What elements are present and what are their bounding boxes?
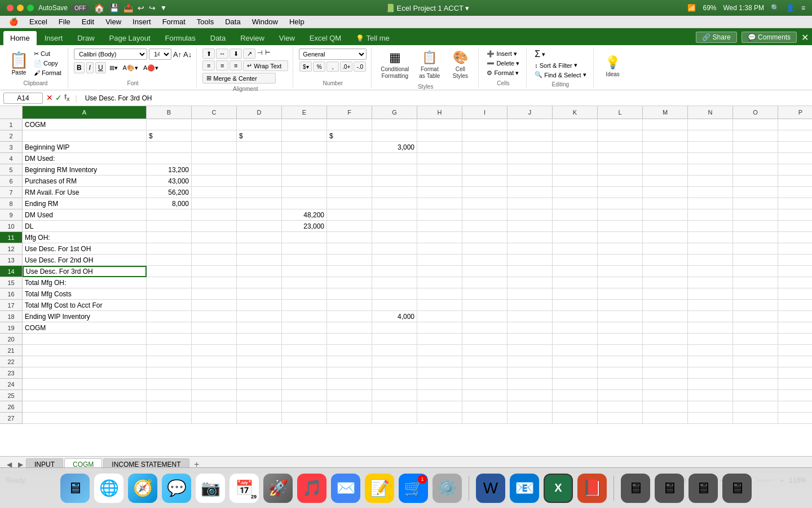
- cell-H12[interactable]: [417, 243, 462, 255]
- cell-J10[interactable]: [508, 221, 553, 232]
- cell-P5[interactable]: [778, 164, 812, 176]
- cell-J25[interactable]: [508, 390, 553, 401]
- cell-P8[interactable]: [778, 198, 812, 209]
- cell-C9[interactable]: [192, 209, 237, 221]
- col-header-O[interactable]: O: [733, 106, 778, 119]
- col-header-K[interactable]: K: [553, 106, 598, 119]
- cell-O1[interactable]: [733, 119, 778, 130]
- cell-M18[interactable]: [643, 311, 688, 322]
- cell-K17[interactable]: [553, 300, 598, 311]
- cell-D26[interactable]: [237, 401, 282, 413]
- cell-G21[interactable]: [372, 345, 417, 356]
- col-header-M[interactable]: M: [643, 106, 688, 119]
- cell-C10[interactable]: [192, 221, 237, 232]
- menu-window[interactable]: Window: [248, 16, 283, 27]
- row-header-18[interactable]: 18: [0, 311, 23, 322]
- cell-H23[interactable]: [417, 367, 462, 379]
- cell-G6[interactable]: [372, 176, 417, 187]
- cell-E11[interactable]: [282, 232, 327, 243]
- cell-A11[interactable]: Mfg OH:: [23, 232, 147, 243]
- cell-F21[interactable]: [327, 345, 372, 356]
- cell-J12[interactable]: [508, 243, 553, 255]
- row-header-12[interactable]: 12: [0, 243, 23, 255]
- cell-L27[interactable]: [598, 413, 643, 424]
- cell-D9[interactable]: [237, 209, 282, 221]
- cell-I10[interactable]: [462, 221, 508, 232]
- cell-A21[interactable]: [23, 345, 147, 356]
- cell-J9[interactable]: [508, 209, 553, 221]
- cell-O5[interactable]: [733, 164, 778, 176]
- cell-F19[interactable]: [327, 322, 372, 334]
- cell-H3[interactable]: [417, 142, 462, 153]
- cell-B22[interactable]: [147, 356, 192, 367]
- tab-page-layout[interactable]: Page Layout: [103, 31, 157, 45]
- cell-G27[interactable]: [372, 413, 417, 424]
- cell-O13[interactable]: [733, 255, 778, 266]
- cell-M23[interactable]: [643, 367, 688, 379]
- cell-I19[interactable]: [462, 322, 508, 334]
- fill-color-button[interactable]: A🎨▾: [121, 64, 140, 72]
- align-middle-button[interactable]: ↔: [216, 49, 228, 59]
- cell-N6[interactable]: [688, 176, 733, 187]
- cell-E9[interactable]: 48,200: [282, 209, 327, 221]
- cell-I3[interactable]: [462, 142, 508, 153]
- cell-K2[interactable]: [553, 130, 598, 142]
- cell-O9[interactable]: [733, 209, 778, 221]
- cell-F20[interactable]: [327, 334, 372, 345]
- cell-B13[interactable]: [147, 255, 192, 266]
- cell-N21[interactable]: [688, 345, 733, 356]
- cell-M2[interactable]: [643, 130, 688, 142]
- cell-J16[interactable]: [508, 288, 553, 300]
- dock-word[interactable]: W: [476, 474, 505, 503]
- orientation-button[interactable]: ↗: [243, 49, 255, 59]
- cell-F4[interactable]: [327, 153, 372, 164]
- cell-N9[interactable]: [688, 209, 733, 221]
- cell-I7[interactable]: [462, 187, 508, 198]
- cell-L22[interactable]: [598, 356, 643, 367]
- cell-J26[interactable]: [508, 401, 553, 413]
- cell-B11[interactable]: [147, 232, 192, 243]
- save-icon[interactable]: 💾: [109, 3, 119, 12]
- cell-N13[interactable]: [688, 255, 733, 266]
- cell-H1[interactable]: [417, 119, 462, 130]
- format-painter-button[interactable]: 🖌 Format: [32, 69, 63, 77]
- cell-B21[interactable]: [147, 345, 192, 356]
- cell-G17[interactable]: [372, 300, 417, 311]
- cell-N22[interactable]: [688, 356, 733, 367]
- col-header-B[interactable]: B: [147, 106, 192, 119]
- cell-N1[interactable]: [688, 119, 733, 130]
- increase-decimal-button[interactable]: .0+: [340, 62, 352, 72]
- cell-A18[interactable]: Ending WIP Inventory: [23, 311, 147, 322]
- cell-K15[interactable]: [553, 277, 598, 288]
- decrease-font-icon[interactable]: A↓: [183, 50, 192, 59]
- dock-misc2[interactable]: 🖥: [655, 474, 684, 503]
- cell-F22[interactable]: [327, 356, 372, 367]
- cell-A19[interactable]: COGM: [23, 322, 147, 334]
- cell-P3[interactable]: [778, 142, 812, 153]
- cell-D5[interactable]: [237, 164, 282, 176]
- sort-filter-button[interactable]: ↕ Sort & Filter ▾: [532, 61, 588, 69]
- cell-H5[interactable]: [417, 164, 462, 176]
- format-as-table-button[interactable]: 📋 Formatas Table: [416, 49, 443, 81]
- cell-E5[interactable]: [282, 164, 327, 176]
- cell-B20[interactable]: [147, 334, 192, 345]
- cell-A26[interactable]: [23, 401, 147, 413]
- cell-N14[interactable]: [688, 266, 733, 277]
- cell-G10[interactable]: [372, 221, 417, 232]
- menu-format[interactable]: Format: [158, 16, 190, 27]
- cell-E22[interactable]: [282, 356, 327, 367]
- cell-I26[interactable]: [462, 401, 508, 413]
- cell-M26[interactable]: [643, 401, 688, 413]
- paste-button[interactable]: 📋 Paste: [8, 50, 30, 77]
- menu-view[interactable]: View: [101, 16, 126, 27]
- cell-L9[interactable]: [598, 209, 643, 221]
- cell-I11[interactable]: [462, 232, 508, 243]
- cell-P4[interactable]: [778, 153, 812, 164]
- cell-E10[interactable]: 23,000: [282, 221, 327, 232]
- cell-C17[interactable]: [192, 300, 237, 311]
- cell-C19[interactable]: [192, 322, 237, 334]
- cell-G13[interactable]: [372, 255, 417, 266]
- decrease-decimal-button[interactable]: -.0: [354, 62, 366, 72]
- cell-O26[interactable]: [733, 401, 778, 413]
- cell-L19[interactable]: [598, 322, 643, 334]
